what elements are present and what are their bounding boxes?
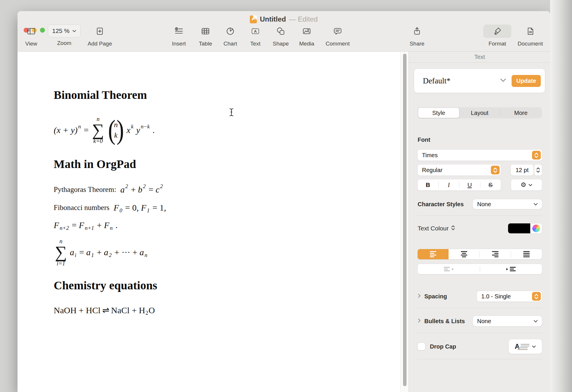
bius-group: B I U S (418, 179, 501, 190)
table-icon (200, 24, 210, 38)
font-size-stepper[interactable] (534, 164, 542, 176)
sidebar-tabs: Style Layout More (418, 107, 542, 118)
bullets-row: Bullets & Lists None (418, 316, 542, 326)
chevron-down-icon (529, 184, 532, 186)
gear-icon: ⚙ (521, 182, 526, 188)
strikethrough-button[interactable]: S (480, 179, 501, 190)
character-styles-select[interactable]: None (473, 199, 542, 209)
updown-icon[interactable] (451, 225, 455, 232)
comment-button[interactable]: Comment (319, 24, 357, 47)
document-button[interactable]: Document (511, 24, 549, 47)
alignment-group (418, 249, 542, 259)
zoom-dropdown[interactable]: 125 % (48, 24, 81, 37)
view-icon (26, 24, 36, 38)
sidebar-header: Text (409, 52, 550, 63)
toolbar: Untitled — Edited View 125 % Zoom Add Pa… (18, 11, 550, 52)
text-style-row: B I U S ⚙ (418, 179, 542, 190)
spacing-label: Spacing (424, 293, 447, 300)
tab-layout[interactable]: Layout (459, 108, 500, 118)
disclosure-chevron-icon[interactable] (418, 318, 421, 324)
share-icon (412, 24, 422, 38)
media-icon (302, 24, 312, 38)
advanced-options-button[interactable]: ⚙ (511, 179, 542, 190)
format-pill[interactable] (483, 24, 511, 38)
drop-cap-row: Drop Cap A (418, 339, 542, 354)
doc-heading: Chemistry equations (54, 279, 375, 292)
add-page-button[interactable]: Add Page (81, 24, 119, 47)
desktop-edge (550, 0, 572, 392)
document-icon (526, 24, 535, 38)
stepper-icon[interactable] (532, 151, 541, 160)
doc-heading: Math in OrgPad (54, 158, 375, 171)
drop-cap-label: Drop Cap (430, 343, 456, 350)
tab-more[interactable]: More (500, 108, 541, 118)
align-left-icon (430, 251, 436, 257)
update-style-button[interactable]: Update (512, 75, 541, 87)
document-canvas[interactable]: Binomial Theorem(x + y)n = n∑k=0(nk)xk y… (18, 52, 400, 392)
font-section-label: Font (418, 136, 542, 143)
bullets-select[interactable]: None (473, 316, 542, 326)
indent-group (418, 264, 542, 274)
tab-style[interactable]: Style (418, 108, 459, 118)
doc-equation: NaOH + HCl⇌NaCl + H2O (54, 305, 375, 316)
text-colour-row: Text Colour (418, 223, 542, 233)
comment-icon (333, 24, 343, 38)
text-colour-label: Text Colour (418, 225, 449, 232)
align-center-icon (461, 251, 467, 257)
chevron-down-icon (532, 345, 536, 348)
insert-icon (174, 24, 184, 38)
character-styles-label: Character Styles (418, 201, 464, 208)
text-colour-swatch[interactable] (508, 223, 542, 233)
drop-cap-style-button[interactable]: A (509, 339, 542, 354)
document-content: Binomial Theorem(x + y)n = n∑k=0(nk)xk y… (54, 88, 375, 316)
align-right-icon (492, 251, 498, 257)
doc-heading: Binomial Theorem (54, 88, 375, 102)
align-justify-button[interactable] (511, 249, 542, 259)
drop-cap-icon: A (515, 343, 530, 350)
paintbrush-icon (493, 27, 502, 36)
font-weight-select[interactable]: Regular (418, 164, 501, 176)
paragraph-style-name: Default* (423, 76, 450, 85)
chart-icon (225, 24, 235, 38)
align-left-button[interactable] (418, 249, 449, 259)
text-box-icon: A (250, 24, 260, 38)
pages-document-icon (250, 15, 257, 23)
underline-button[interactable]: U (459, 179, 480, 190)
share-button[interactable]: Share (398, 24, 436, 47)
align-justify-icon (523, 251, 530, 257)
doc-equation: n∑i=1ai = a1 + a2 + ··· + an (54, 238, 375, 266)
scrollbar-track[interactable] (400, 52, 409, 392)
character-styles-row: Character Styles None (418, 199, 542, 209)
text-cursor-icon (229, 108, 234, 117)
format-button[interactable]: Format (478, 24, 516, 47)
bold-button[interactable]: B (418, 179, 438, 190)
colour-wheel-icon[interactable] (532, 225, 540, 232)
chevron-down-icon (533, 203, 538, 206)
paragraph-style-chevron-icon[interactable] (500, 78, 506, 83)
align-center-button[interactable] (449, 249, 479, 259)
doc-equation: Fibonacci numbers F0 = 0, F1 = 1, (54, 202, 375, 213)
pages-window: Untitled — Edited View 125 % Zoom Add Pa… (18, 11, 550, 392)
font-size-field[interactable]: 12 pt (511, 164, 533, 176)
spacing-row: Spacing 1.0 - Single (418, 291, 542, 302)
align-right-button[interactable] (480, 249, 511, 259)
outdent-button[interactable] (418, 264, 480, 274)
outdent-icon (444, 267, 454, 271)
spacing-select[interactable]: 1.0 - Single (477, 291, 542, 302)
font-family-select[interactable]: Times (418, 150, 542, 161)
paragraph-style-card[interactable]: Default* Update (414, 69, 545, 93)
stepper-icon[interactable] (491, 166, 500, 174)
doc-equation: (x + y)n = n∑k=0(nk)xk yn−k . (54, 116, 375, 144)
scrollbar-thumb[interactable] (403, 54, 407, 386)
chevron-down-icon (533, 320, 538, 323)
zoom-control[interactable]: 125 % Zoom (45, 24, 83, 46)
italic-button[interactable]: I (439, 179, 459, 190)
shape-icon (276, 24, 286, 38)
disclosure-chevron-icon[interactable] (418, 293, 421, 300)
colour-fill (508, 223, 530, 233)
indent-button[interactable] (480, 264, 542, 274)
drop-cap-checkbox[interactable] (418, 343, 425, 350)
bullets-label: Bullets & Lists (424, 318, 465, 325)
stepper-icon[interactable] (532, 292, 541, 301)
indent-icon (506, 267, 516, 271)
